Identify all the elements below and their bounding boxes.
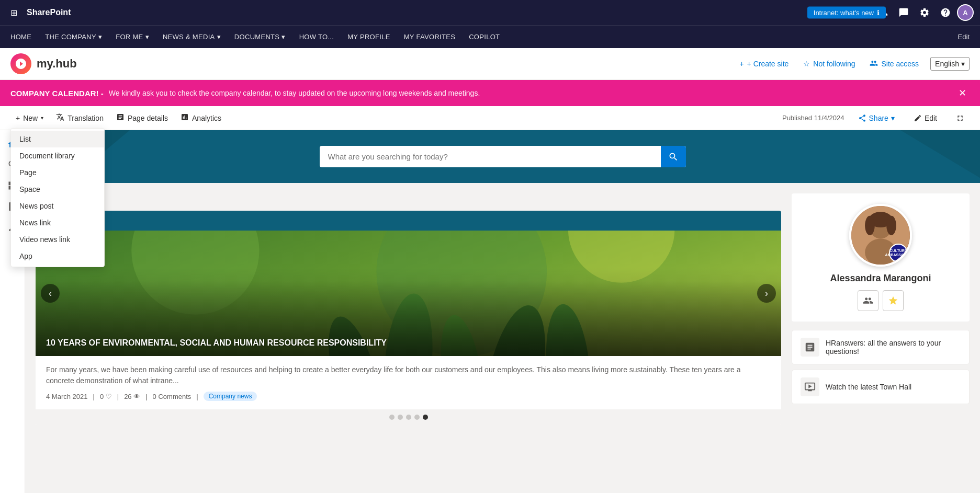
language-label: English xyxy=(935,60,959,68)
nav-item-documents[interactable]: DOCUMENTS ▾ xyxy=(228,30,292,44)
dropdown-item-space[interactable]: Space xyxy=(11,181,104,198)
profile-people-button[interactable] xyxy=(858,290,878,311)
carousel-next-button[interactable]: › xyxy=(757,284,776,303)
chat-icon-btn[interactable] xyxy=(894,4,913,21)
chevron-down-share: ▾ xyxy=(891,114,895,122)
language-button[interactable]: English ▾ xyxy=(930,57,970,71)
search-button[interactable] xyxy=(661,146,686,167)
col-right: CULTUREAMBASSADOR Alessandra Marangoni xyxy=(792,193,970,433)
dropdown-item-newspost[interactable]: News post xyxy=(11,198,104,214)
new-button[interactable]: + New ▾ xyxy=(10,111,49,125)
waffle-icon[interactable]: ⊞ xyxy=(6,5,21,21)
profile-badge: CULTUREAMBASSADOR xyxy=(889,244,908,262)
highlights-header: Highlights xyxy=(36,211,781,231)
profile-star-button[interactable] xyxy=(883,290,904,311)
carousel-image: 10 YEARS OF ENVIRONMENTAL, SOCIAL AND HU… xyxy=(36,231,781,356)
top-bar-icons: A xyxy=(873,4,974,21)
translation-button[interactable]: Translation xyxy=(51,110,109,125)
highlights-carousel: 10 YEARS OF ENVIRONMENTAL, SOCIAL AND HU… xyxy=(36,231,781,356)
analytics-icon xyxy=(181,113,189,123)
search-input[interactable] xyxy=(320,146,686,167)
col-left: News Highlights xyxy=(36,193,781,433)
page-details-label: Page details xyxy=(128,114,168,122)
chevron-down-icon-2: ▾ xyxy=(145,33,149,41)
app-title: SharePoint xyxy=(27,8,868,17)
carousel-dot-5[interactable] xyxy=(423,415,428,420)
hranswers-icon xyxy=(801,338,819,357)
svg-point-16 xyxy=(865,216,875,235)
chevron-down-icon-4: ▾ xyxy=(281,33,285,41)
toolbar: + New ▾ Translation Page details Analyti… xyxy=(0,106,980,130)
carousel-article-title: 10 YEARS OF ENVIRONMENTAL, SOCIAL AND HU… xyxy=(36,330,397,356)
news-excerpt: For many years, we have been making care… xyxy=(36,356,781,409)
create-site-button[interactable]: + + Create site xyxy=(736,58,792,70)
announcement-banner: COMPANY CALENDAR! - We kindly ask you to… xyxy=(0,80,980,106)
dropdown-item-page[interactable]: Page xyxy=(11,164,104,181)
nav-item-company[interactable]: THE COMPANY ▾ xyxy=(39,30,108,44)
user-avatar[interactable]: A xyxy=(957,4,974,21)
edit-label: Edit xyxy=(925,114,937,122)
nav-bar: HOME THE COMPANY ▾ FOR ME ▾ NEWS & MEDIA… xyxy=(0,25,980,48)
not-following-label: Not following xyxy=(813,60,855,68)
article-excerpt: For many years, we have been making care… xyxy=(46,364,771,386)
analytics-button[interactable]: Analytics xyxy=(175,110,227,125)
carousel-dot-4[interactable] xyxy=(414,415,420,420)
separator4: | xyxy=(196,393,198,400)
help-icon-btn[interactable] xyxy=(936,4,955,21)
carousel-dot-3[interactable] xyxy=(406,415,411,420)
logo-area: my.hub xyxy=(10,53,728,74)
not-following-button[interactable]: ☆ Not following xyxy=(800,58,858,70)
chevron-down-icon-new: ▾ xyxy=(41,115,43,121)
page-details-icon xyxy=(116,113,125,123)
banner-close-button[interactable]: ✕ xyxy=(955,86,970,100)
dropdown-item-doclibrary[interactable]: Document library xyxy=(11,147,104,164)
svg-point-17 xyxy=(886,216,896,235)
dropdown-item-newslink[interactable]: News link xyxy=(11,214,104,231)
page-layout: News Highlights xyxy=(0,130,980,493)
nav-edit[interactable]: Edit xyxy=(952,30,976,44)
separator2: | xyxy=(117,393,119,400)
carousel-prev-button[interactable]: ‹ xyxy=(41,284,60,303)
news-meta: 4 March 2021 | 0 ♡ | 26 👁 | 0 Comments |… xyxy=(46,392,771,401)
info-card-hranswers[interactable]: HRanswers: all the answers to your quest… xyxy=(792,330,970,364)
nav-item-myfavorites[interactable]: MY FAVORITES xyxy=(398,30,461,44)
dropdown-item-app[interactable]: App xyxy=(11,248,104,265)
plus-icon: + xyxy=(739,60,744,68)
top-bar: ⊞ SharePoint Intranet: what's new ℹ A xyxy=(0,0,980,25)
profile-avatar: CULTUREAMBASSADOR xyxy=(849,204,912,267)
nav-item-news[interactable]: NEWS & MEDIA ▾ xyxy=(156,30,227,44)
translation-icon xyxy=(56,113,64,123)
search-bar xyxy=(320,146,686,167)
article-comments: 0 Comments xyxy=(153,393,192,400)
article-tag[interactable]: Company news xyxy=(204,392,257,401)
nav-item-copilot[interactable]: COPILOT xyxy=(463,30,506,44)
new-label: New xyxy=(23,114,38,122)
nav-item-home[interactable]: HOME xyxy=(4,30,38,44)
logo-icon xyxy=(10,53,31,74)
carousel-dot-1[interactable] xyxy=(389,415,395,420)
dropdown-item-videonewslink[interactable]: Video news link xyxy=(11,231,104,248)
site-access-label: Site access xyxy=(881,60,919,68)
two-col-layout: News Highlights xyxy=(25,183,980,444)
profile-name: Alessandra Marangoni xyxy=(830,273,931,284)
info-icon: ℹ xyxy=(877,9,880,17)
nav-item-howto[interactable]: HOW TO... xyxy=(293,30,341,44)
intranet-badge[interactable]: Intranet: what's new ℹ xyxy=(807,7,886,19)
site-access-button[interactable]: Site access xyxy=(866,57,922,71)
edit-button[interactable]: Edit xyxy=(908,111,942,125)
banner-title: COMPANY CALENDAR! - xyxy=(10,89,104,98)
banner-message: We kindly ask you to check the company c… xyxy=(109,89,480,97)
nav-item-myprofile[interactable]: MY PROFILE xyxy=(341,30,397,44)
dropdown-item-list[interactable]: List xyxy=(11,131,104,147)
carousel-dot-2[interactable] xyxy=(398,415,403,420)
settings-icon-btn[interactable] xyxy=(915,4,934,21)
news-section-title: News xyxy=(36,193,781,204)
share-button[interactable]: Share ▾ xyxy=(853,111,900,125)
expand-button[interactable] xyxy=(951,111,970,125)
chevron-down-icon-3: ▾ xyxy=(217,33,221,41)
page-details-button[interactable]: Page details xyxy=(111,110,173,125)
article-views: 26 👁 xyxy=(124,393,140,400)
info-card-townhall[interactable]: Watch the latest Town Hall xyxy=(792,370,970,404)
published-label: Published 11/4/2024 xyxy=(782,114,844,122)
nav-item-forme[interactable]: FOR ME ▾ xyxy=(109,30,155,44)
